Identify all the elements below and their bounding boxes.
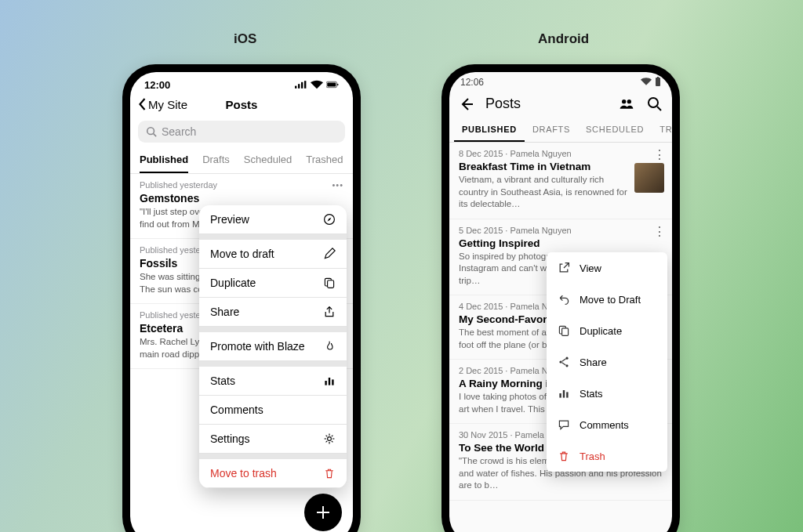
menu-blaze[interactable]: Promote with Blaze (199, 332, 347, 361)
status-indicators (295, 78, 339, 91)
tab-trashed[interactable]: Trashed (306, 154, 343, 173)
svg-rect-1 (298, 84, 300, 89)
tab-drafts[interactable]: DRAFTS (525, 118, 578, 142)
create-post-fab[interactable] (304, 494, 342, 531)
post-title: Breakfast Time in Vietnam (459, 161, 663, 172)
menu-trash[interactable]: Trash (547, 440, 667, 472)
back-button[interactable]: My Site (138, 98, 187, 111)
post-meta: 5 Dec 2015 · Pamela Nguyen (459, 226, 663, 235)
stats-icon (323, 375, 336, 387)
menu-settings[interactable]: Settings (199, 425, 347, 454)
post-excerpt: Vietnam, a vibrant and culturally rich c… (459, 174, 631, 211)
menu-preview[interactable]: Preview (199, 205, 347, 234)
post-item[interactable]: ⋮ 8 Dec 2015 · Pamela Nguyen Breakfast T… (449, 143, 672, 219)
comment-icon (558, 418, 570, 431)
gear-icon (323, 432, 336, 445)
menu-stats[interactable]: Stats (547, 378, 667, 409)
more-icon[interactable]: ⋮ (653, 147, 666, 162)
menu-comments[interactable]: Comments (547, 409, 667, 440)
share-icon (558, 356, 570, 368)
status-time: 12:00 (144, 79, 170, 91)
menu-view[interactable]: View (547, 252, 667, 284)
context-menu: View Move to Draft Duplicate Share Stats… (547, 252, 667, 472)
trash-icon (558, 450, 570, 462)
nav-title: Posts (226, 98, 258, 111)
svg-rect-14 (325, 381, 326, 385)
signal-icon (295, 78, 307, 91)
status-bar: 12:00 (130, 72, 353, 92)
tabs: Published Drafts Scheduled Trashed (130, 147, 353, 174)
svg-point-7 (147, 128, 154, 135)
svg-rect-15 (329, 378, 330, 385)
menu-label: Stats (580, 388, 603, 400)
back-arrow-icon[interactable] (459, 96, 474, 112)
svg-rect-16 (332, 379, 333, 385)
external-icon (558, 262, 570, 274)
ios-screen: 12:00 My Site Posts Search Published Dra… (130, 72, 353, 532)
compass-icon (323, 213, 336, 226)
tab-scheduled[interactable]: SCHEDULED (578, 118, 652, 142)
copy-icon (558, 324, 570, 337)
menu-label: Promote with Blaze (210, 340, 305, 353)
menu-label: Move to draft (210, 248, 274, 260)
android-screen: 12:06 Posts PUBLISHED DRAFTS SCHEDULED T… (449, 72, 672, 532)
tab-published[interactable]: Published (140, 154, 188, 173)
svg-rect-29 (559, 393, 561, 398)
menu-label: Duplicate (210, 277, 256, 289)
menu-label: Move to trash (210, 467, 277, 480)
chevron-left-icon (138, 98, 147, 110)
menu-separator (199, 327, 347, 332)
post-title: Getting Inspired (459, 237, 663, 249)
flame-icon (323, 340, 336, 353)
menu-move-draft[interactable]: Move to draft (199, 240, 347, 269)
copy-icon (323, 277, 336, 289)
tab-scheduled[interactable]: Scheduled (244, 154, 292, 173)
svg-point-21 (627, 100, 631, 103)
back-label: My Site (148, 98, 187, 111)
post-meta: Published yesterday (140, 180, 217, 190)
svg-rect-31 (566, 392, 568, 397)
status-time: 12:06 (460, 77, 484, 88)
menu-label: Preview (210, 213, 249, 226)
menu-move-draft[interactable]: Move to Draft (547, 284, 667, 315)
menu-label: Stats (210, 375, 235, 387)
menu-trash[interactable]: Move to trash (199, 459, 347, 488)
menu-duplicate[interactable]: Duplicate (199, 269, 347, 298)
menu-share[interactable]: Share (547, 346, 667, 378)
menu-comments[interactable]: Comments (199, 396, 347, 425)
svg-rect-13 (328, 280, 334, 288)
svg-point-22 (649, 98, 658, 107)
svg-point-20 (622, 100, 626, 103)
tab-published[interactable]: PUBLISHED (454, 118, 525, 142)
tabs: PUBLISHED DRAFTS SCHEDULED TRASHED (449, 118, 672, 143)
menu-label: Move to Draft (580, 294, 641, 306)
svg-rect-6 (337, 84, 338, 85)
svg-rect-0 (295, 86, 296, 89)
menu-label: Trash (580, 451, 605, 462)
ios-label: iOS (234, 31, 256, 47)
svg-line-23 (657, 107, 661, 110)
menu-share[interactable]: Share (199, 298, 347, 327)
menu-label: View (580, 262, 601, 274)
menu-separator (199, 234, 347, 240)
menu-stats[interactable]: Stats (199, 367, 347, 396)
search-icon[interactable] (647, 96, 663, 112)
more-icon[interactable]: ⋮ (653, 224, 666, 239)
svg-rect-5 (327, 83, 336, 87)
svg-line-8 (154, 134, 157, 137)
plus-icon (314, 504, 332, 521)
pencil-icon (323, 248, 336, 260)
svg-point-17 (328, 437, 332, 441)
more-icon[interactable]: ••• (332, 180, 343, 190)
svg-point-28 (565, 364, 568, 367)
svg-point-27 (565, 357, 568, 360)
status-bar: 12:06 (449, 72, 672, 89)
trash-icon (323, 467, 336, 480)
menu-duplicate[interactable]: Duplicate (547, 315, 667, 346)
android-label: Android (538, 31, 589, 47)
authors-icon[interactable] (619, 96, 634, 112)
tab-drafts[interactable]: Drafts (202, 154, 230, 173)
tab-trashed[interactable]: TRASHED (652, 118, 672, 142)
svg-rect-2 (301, 82, 303, 89)
search-input[interactable]: Search (138, 121, 345, 143)
